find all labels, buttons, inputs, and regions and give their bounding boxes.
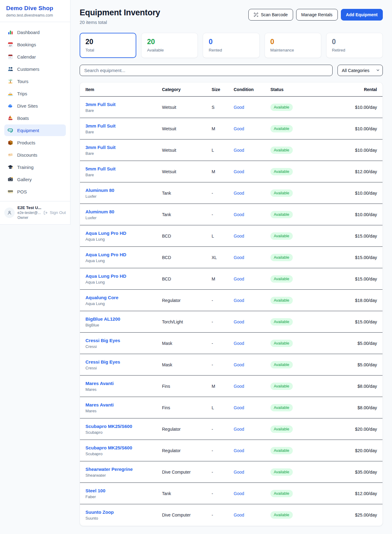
item-name-link[interactable]: Aqualung Core	[85, 295, 162, 300]
item-category: BCD	[162, 234, 212, 238]
sidebar-item-pos[interactable]: POS	[4, 186, 66, 197]
sign-out-button[interactable]: Sign Out	[43, 210, 66, 215]
table-row: Mares Avanti Mares Fins L Good Available…	[80, 397, 383, 418]
stat-card-total[interactable]: 20 Total	[80, 33, 136, 58]
rental-price: $15.00/day	[314, 255, 377, 260]
sidebar-item-training[interactable]: Training	[4, 161, 66, 173]
sidebar-item-dive-sites[interactable]: Dive Sites	[4, 100, 66, 112]
condition-link[interactable]: Good	[234, 126, 244, 131]
sidebar-item-tours[interactable]: Tours	[4, 75, 66, 87]
stat-card-maintenance[interactable]: 0 Maintenance	[265, 33, 321, 58]
add-equipment-label: Add Equipment	[346, 12, 378, 17]
item-name-link[interactable]: Aqua Lung Pro HD	[85, 252, 162, 257]
shop-name[interactable]: Demo Dive Shop	[6, 5, 64, 12]
condition-link[interactable]: Good	[234, 427, 244, 432]
stat-card-rented[interactable]: 0 Rented	[203, 33, 259, 58]
sidebar-item-customers[interactable]: Customers	[4, 63, 66, 75]
sidebar-item-discounts[interactable]: Discounts	[4, 149, 66, 161]
sidebar-item-label: Boats	[17, 116, 29, 121]
stat-value: 0	[270, 38, 315, 46]
condition-link[interactable]: Good	[234, 255, 244, 260]
item-category: BCD	[162, 255, 212, 260]
calendar-icon: 17	[7, 41, 13, 48]
condition-link[interactable]: Good	[234, 384, 244, 389]
condition-link[interactable]: Good	[234, 362, 244, 367]
item-name-link[interactable]: Scubapro MK25/S600	[85, 424, 162, 429]
item-name-link[interactable]: 3mm Full Suit	[85, 123, 162, 128]
item-brand: Bare	[85, 130, 162, 134]
item-name-link[interactable]: Cressi Big Eyes	[85, 338, 162, 343]
condition-link[interactable]: Good	[234, 491, 244, 496]
condition-link[interactable]: Good	[234, 169, 244, 174]
sidebar-item-equipment[interactable]: Equipment	[4, 124, 66, 136]
condition-link[interactable]: Good	[234, 212, 244, 217]
item-name-link[interactable]: 3mm Full Suit	[85, 145, 162, 150]
item-name-link[interactable]: Aluminum 80	[85, 188, 162, 193]
status-badge: Available	[270, 383, 293, 390]
condition-link[interactable]: Good	[234, 319, 244, 324]
rental-price: $15.00/day	[314, 277, 377, 281]
condition-link[interactable]: Good	[234, 298, 244, 303]
item-name-link[interactable]: Suunto Zoop	[85, 509, 162, 515]
sidebar-item-boats[interactable]: Boats	[4, 112, 66, 124]
condition-link[interactable]: Good	[234, 277, 244, 281]
item-brand: Shearwater	[85, 473, 162, 478]
condition-link[interactable]: Good	[234, 513, 244, 517]
sidebar-item-dashboard[interactable]: Dashboard	[4, 26, 66, 38]
sidebar-item-trips[interactable]: Trips	[4, 88, 66, 99]
item-size: -	[212, 298, 234, 303]
sidebar-item-bookings[interactable]: 17 Bookings	[4, 39, 66, 50]
item-category: Dive Computer	[162, 513, 212, 517]
condition-link[interactable]: Good	[234, 234, 244, 238]
item-brand: Luxfer	[85, 216, 162, 220]
status-badge: Available	[270, 297, 293, 304]
avatar	[4, 208, 15, 218]
item-name-link[interactable]: Mares Avanti	[85, 402, 162, 407]
item-size: -	[212, 491, 234, 496]
condition-link[interactable]: Good	[234, 405, 244, 410]
item-size: L	[212, 234, 234, 238]
condition-link[interactable]: Good	[234, 148, 244, 153]
item-name-link[interactable]: Aqua Lung Pro HD	[85, 231, 162, 236]
sidebar-item-gallery[interactable]: Gallery	[4, 174, 66, 185]
status-badge: Available	[270, 468, 293, 476]
item-size: L	[212, 405, 234, 410]
condition-link[interactable]: Good	[234, 105, 244, 110]
condition-link[interactable]: Good	[234, 470, 244, 475]
item-category: Tank	[162, 191, 212, 196]
item-category: Regulator	[162, 298, 212, 303]
item-brand: Mares	[85, 387, 162, 392]
category-select[interactable]: All Categories	[337, 65, 383, 76]
item-brand: Suunto	[85, 516, 162, 521]
manage-rentals-button[interactable]: Manage Rentals	[296, 9, 338, 21]
rental-price: $18.00/day	[314, 298, 377, 303]
item-brand: Bare	[85, 173, 162, 177]
status-badge: Available	[270, 511, 293, 519]
item-name-link[interactable]: Cressi Big Eyes	[85, 359, 162, 364]
condition-link[interactable]: Good	[234, 448, 244, 453]
add-equipment-button[interactable]: Add Equipment	[341, 9, 383, 21]
item-name-link[interactable]: Aqua Lung Pro HD	[85, 273, 162, 279]
camera-icon	[7, 176, 13, 182]
sidebar-item-products[interactable]: Products	[4, 137, 66, 148]
stat-card-available[interactable]: 20 Available	[141, 33, 198, 58]
sidebar-item-calendar[interactable]: Calendar	[4, 51, 66, 63]
item-name-link[interactable]: Shearwater Peregrine	[85, 467, 162, 472]
stat-card-retired[interactable]: 0 Retired	[326, 33, 383, 58]
item-name-link[interactable]: BigBlue AL1200	[85, 316, 162, 322]
condition-link[interactable]: Good	[234, 191, 244, 196]
item-name-link[interactable]: 3mm Full Suit	[85, 102, 162, 107]
item-name-link[interactable]: 5mm Full Suit	[85, 166, 162, 171]
search-input[interactable]	[80, 65, 333, 76]
condition-link[interactable]: Good	[234, 341, 244, 346]
stats-row: 20 Total 20 Available 0 Rented 0 Mainten…	[80, 33, 383, 58]
item-size: -	[212, 448, 234, 453]
scan-barcode-button[interactable]: Scan Barcode	[248, 9, 293, 21]
item-name-link[interactable]: Scubapro MK25/S600	[85, 445, 162, 450]
item-size: S	[212, 105, 234, 110]
item-brand: Aqua Lung	[85, 301, 162, 306]
rental-price: $8.00/day	[314, 405, 377, 410]
item-name-link[interactable]: Steel 100	[85, 488, 162, 493]
item-name-link[interactable]: Mares Avanti	[85, 381, 162, 386]
item-name-link[interactable]: Aluminum 80	[85, 209, 162, 214]
